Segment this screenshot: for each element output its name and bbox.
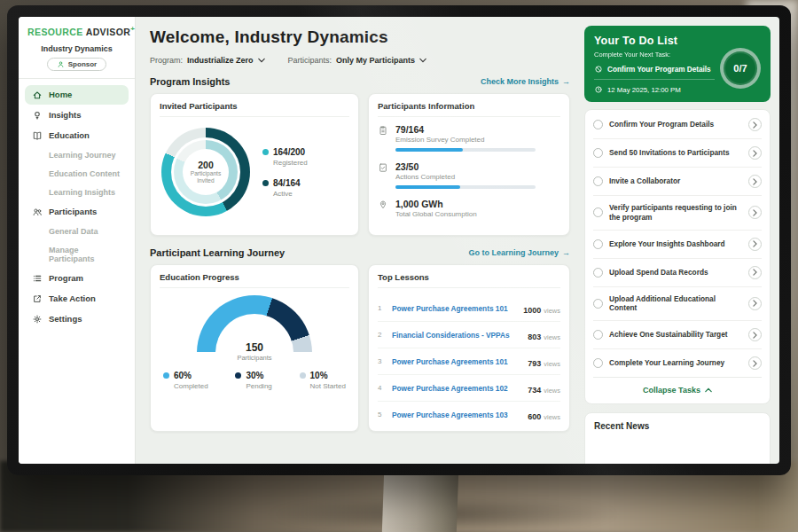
chevron-right-icon[interactable]: [748, 297, 762, 310]
task-label: Complete Your Learning Journey: [609, 358, 742, 368]
filters-bar: Program: Industrialize Zero Participants…: [150, 56, 570, 65]
sidebar-item-education-content[interactable]: Education Content: [25, 165, 129, 183]
dashboard-screen: RESOURCE ADVISOR+ Industry Dynamics Spon…: [19, 17, 779, 464]
task-checkbox[interactable]: [593, 330, 603, 340]
sidebar-item-label: Learning Journey: [49, 151, 116, 160]
chevron-right-icon[interactable]: [748, 175, 762, 188]
recent-news-card: Recent News: [584, 412, 771, 464]
top-lessons-title: Top Lessons: [378, 272, 560, 288]
sidebar-item-education[interactable]: Education: [25, 126, 129, 145]
legend-label: Active: [273, 190, 308, 198]
check-more-insights-link[interactable]: Check More Insights →: [481, 77, 570, 86]
chevron-right-icon[interactable]: [748, 238, 762, 251]
program-insights-title: Program Insights: [150, 76, 230, 87]
todo-task-row[interactable]: Confirm Your Program Details: [593, 111, 762, 139]
sidebar-divider: [19, 78, 135, 79]
lesson-row: 3 Power Purchase Agreements 101 793views: [378, 348, 560, 375]
lesson-views-suffix: views: [544, 333, 560, 341]
program-dropdown-value: Industrialize Zero: [187, 56, 254, 65]
sidebar-item-settings[interactable]: Settings: [25, 309, 129, 329]
task-checkbox[interactable]: [593, 299, 603, 309]
monitor-stand: [382, 472, 458, 532]
go-to-learning-journey-link[interactable]: Go to Learning Journey →: [468, 248, 570, 257]
sidebar-item-participants[interactable]: Participants: [25, 202, 129, 222]
chevron-right-icon[interactable]: [748, 266, 762, 279]
sidebar-item-label: Manage Participants: [49, 246, 121, 263]
lesson-link[interactable]: Power Purchase Agreements 103: [392, 411, 520, 419]
sidebar-item-manage-participants[interactable]: Manage Participants: [25, 241, 129, 268]
education-progress-title: Education Progress: [160, 272, 349, 288]
location-pin-icon: [378, 200, 388, 210]
legend-dot: [300, 372, 306, 379]
invited-legend: 164/200 Registered 84/164 Active: [262, 147, 308, 198]
stat-label: Emission Survey Completed: [395, 136, 536, 144]
lesson-row: 1 Power Purchase Agreements 101 1000view…: [378, 295, 560, 322]
legend-item-active: 84/164 Active: [262, 178, 308, 198]
task-checkbox[interactable]: [593, 358, 603, 368]
sidebar-item-learning-journey[interactable]: Learning Journey: [25, 146, 129, 164]
task-checkbox[interactable]: [593, 176, 603, 186]
sidebar-item-label: General Data: [49, 227, 98, 236]
lesson-views: 793: [528, 359, 541, 368]
todo-task-row[interactable]: Invite a Collaborator: [593, 168, 762, 196]
legend-label: Not Started: [310, 382, 346, 390]
chevron-right-icon[interactable]: [748, 356, 762, 370]
task-checkbox[interactable]: [593, 148, 603, 158]
todo-title: Your To Do List: [594, 35, 761, 47]
lesson-row: 2 Financial Considerations - VPPAs 803vi…: [378, 322, 560, 348]
sidebar-item-program[interactable]: Program: [25, 269, 129, 288]
todo-task-row[interactable]: Upload Additional Educational Content: [593, 287, 762, 322]
lesson-views-suffix: views: [544, 307, 560, 315]
stat-value: 79/164: [395, 124, 536, 135]
task-checkbox[interactable]: [593, 120, 603, 129]
sidebar-item-learning-insights[interactable]: Learning Insights: [25, 184, 129, 201]
program-dropdown[interactable]: Program: Industrialize Zero: [150, 56, 265, 65]
sidebar-item-label: Settings: [49, 314, 82, 324]
legend-dot: [163, 372, 169, 379]
chevron-right-icon[interactable]: [748, 118, 762, 131]
lesson-views: 734: [528, 386, 541, 395]
todo-task-row[interactable]: Complete Your Learning Journey: [593, 349, 762, 378]
sidebar-item-take-action[interactable]: Take Action: [25, 289, 129, 309]
sidebar-item-home[interactable]: Home: [25, 85, 129, 105]
collapse-tasks-link[interactable]: Collapse Tasks: [593, 378, 762, 403]
chevron-right-icon[interactable]: [748, 206, 762, 219]
go-to-learning-journey-label: Go to Learning Journey: [468, 248, 559, 257]
lesson-row: 5 Power Purchase Agreements 103 600views: [378, 402, 560, 427]
lesson-views: 1000: [523, 306, 541, 315]
take-action-icon: [32, 293, 43, 304]
lesson-link[interactable]: Power Purchase Agreements 102: [392, 384, 520, 393]
chevron-right-icon[interactable]: [748, 328, 762, 341]
lesson-link[interactable]: Power Purchase Agreements 101: [392, 357, 520, 366]
lesson-link[interactable]: Financial Considerations - VPPAs: [392, 331, 520, 340]
task-label: Explore Your Insights Dashboard: [609, 239, 742, 249]
program-dropdown-label: Program:: [150, 56, 183, 65]
invited-participants-donut: 200 Participants Invited: [161, 128, 250, 216]
chevron-down-icon: [419, 58, 426, 63]
sidebar-item-label: Program: [49, 273, 83, 283]
todo-task-row[interactable]: Send 50 Invitations to Participants: [593, 139, 762, 168]
task-checkbox[interactable]: [593, 207, 603, 217]
todo-task-row[interactable]: Upload Spend Data Records: [593, 259, 762, 287]
task-checkbox[interactable]: [593, 268, 603, 278]
sponsor-badge[interactable]: Sponsor: [47, 58, 106, 71]
actions-progress-track: [395, 185, 536, 189]
chevron-right-icon[interactable]: [748, 146, 762, 160]
ban-icon: [594, 65, 603, 74]
org-name: Industry Dynamics: [19, 44, 135, 53]
legend-dot: [235, 372, 241, 379]
actions-progress-fill: [395, 185, 460, 189]
todo-task-row[interactable]: Achieve One Sustainability Target: [593, 321, 762, 349]
participants-dropdown[interactable]: Participants: Only My Participants: [288, 56, 427, 65]
todo-task-row[interactable]: Explore Your Insights Dashboard: [593, 231, 762, 259]
task-checkbox[interactable]: [593, 239, 603, 249]
checklist-icon: [378, 162, 388, 173]
todo-subtitle: Complete Your Next Task:: [594, 51, 715, 59]
program-insights-header: Program Insights Check More Insights →: [150, 76, 570, 87]
check-more-insights-label: Check More Insights: [481, 77, 559, 86]
sidebar-item-general-data[interactable]: General Data: [25, 223, 129, 240]
sidebar-item-insights[interactable]: Insights: [25, 106, 129, 125]
todo-task-row[interactable]: Verify participants requesting to join t…: [593, 196, 762, 231]
lesson-link[interactable]: Power Purchase Agreements 101: [392, 304, 516, 313]
participants-information-title: Participants Information: [378, 101, 560, 117]
